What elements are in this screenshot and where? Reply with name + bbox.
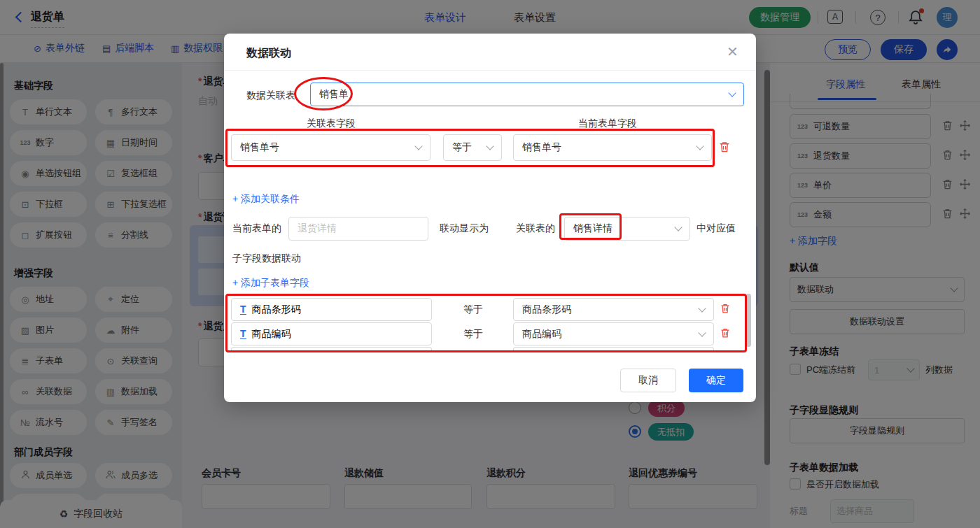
chevron-down-icon [728, 89, 736, 97]
display-suffix: 中对应值 [696, 222, 736, 235]
close-icon[interactable]: ✕ [727, 43, 738, 60]
modal-header-divider [224, 70, 756, 71]
display-middle: 联动显示为 [440, 222, 489, 235]
subfield-linkage-title: 子字段数据联动 [232, 252, 301, 265]
add-subfield-link[interactable]: + 添加子表单字段 [232, 277, 309, 290]
modal-scrollbar[interactable] [746, 294, 751, 347]
annotation-box-subrows [225, 294, 747, 352]
delete-condition-icon[interactable] [718, 141, 731, 156]
annotation-box-rel-value [559, 213, 622, 240]
confirm-button[interactable]: 确定 [689, 369, 743, 392]
cancel-button[interactable]: 取消 [620, 369, 676, 392]
annotation-box-condition-row [225, 129, 715, 167]
annotation-circle-relation-table [294, 77, 353, 110]
relation-table-label: 数据关联表 [246, 90, 295, 102]
add-condition-link[interactable]: + 添加关联条件 [232, 193, 300, 206]
chevron-down-icon [674, 223, 682, 231]
modal-title: 数据联动 [246, 46, 291, 61]
display-rel-label: 关联表的 [516, 222, 555, 235]
display-prefix: 当前表单的 [232, 222, 281, 235]
relation-table-select[interactable]: 销售单 [310, 83, 744, 106]
display-field-input[interactable]: 退货详情 [288, 217, 428, 241]
